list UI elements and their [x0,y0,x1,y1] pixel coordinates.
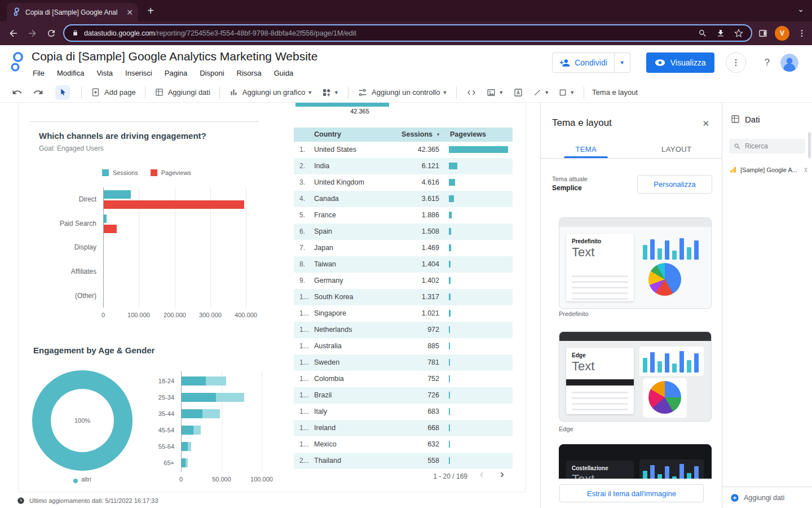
report-page[interactable]: Which channels are driving engagement? G… [18,103,526,492]
collapse-icon[interactable] [802,167,809,173]
theme-layout-panel: Tema e layout ✕ TEMA LAYOUT Tema attuale… [540,103,722,508]
menu-file[interactable]: File [27,68,51,78]
add-chart-caret-icon: ▼ [307,90,312,95]
theme-preview-page: Edge Text [566,348,634,414]
new-tab-button[interactable]: + [143,3,158,18]
undo-icon[interactable] [12,87,23,98]
community-viz-icon [321,87,332,98]
cell-country: Brazil [314,387,332,404]
extract-theme-button[interactable]: Estrai il tema dall'immagine [559,484,704,502]
column-header-country[interactable]: Country [314,128,341,142]
share-caret-icon[interactable]: ▼ [615,60,630,65]
sort-desc-icon[interactable]: ▼ [436,128,440,142]
view-button[interactable]: Visualizza [646,52,714,73]
cell-pageviews-bar [449,261,451,268]
cell-country: South Korea [314,289,354,305]
browser-tab[interactable]: Copia di [Sample] Google Anal ✕ [7,3,138,21]
side-panel-icon[interactable] [758,28,768,38]
embed-code-icon[interactable] [466,87,476,98]
tab-layout[interactable]: LAYOUT [632,140,722,158]
pagination-prev-icon[interactable]: ‹ [480,467,484,480]
cell-sessions: 1.469 [379,240,439,256]
back-icon[interactable] [8,28,19,39]
datastudio-logo-icon[interactable] [9,51,26,75]
cell-sessions: 972 [379,322,439,338]
shape-tool-button[interactable]: ▼ [558,88,575,97]
menu-disponi[interactable]: Disponi [193,68,230,78]
clock-icon [17,497,25,505]
cell-sessions: 4.616 [379,174,439,191]
reload-icon[interactable] [46,28,56,38]
column-header-pageviews[interactable]: Pageviews [450,128,486,142]
url-text: datastudio.google.com/reporting/725455e3… [84,29,689,37]
text-tool-icon[interactable] [513,87,523,98]
save-icon[interactable] [716,29,725,38]
cell-pageviews-bar [449,195,454,202]
pagination-label: 1 - 20 / 169 [379,472,467,480]
column-header-sessions[interactable]: Sessions [378,128,433,142]
customize-button[interactable]: Personalizza [637,175,712,194]
user-avatar[interactable] [780,54,798,72]
search-icon[interactable] [698,29,707,38]
line-icon [533,88,542,97]
cell-sessions: 683 [379,404,439,420]
forward-icon[interactable] [27,28,38,39]
menu-vista[interactable]: Vista [90,68,119,78]
cell-sessions: 1.404 [379,256,439,273]
menu-modifica[interactable]: Modifica [51,68,90,78]
row-index: 1... [299,338,309,354]
add-data-row[interactable]: Aggiungi dati [722,487,812,508]
cell-pageviews-bar [449,326,450,333]
add-chart-button[interactable]: Aggiungi un grafico ▼ [229,87,312,97]
menu-risorsa[interactable]: Risorsa [231,68,268,78]
add-data-button[interactable]: Aggiungi dati [155,87,210,97]
report-title[interactable]: Copia di [Sample] Google Analytics Marke… [32,50,317,63]
theme-layout-button[interactable]: Tema e layout [592,88,638,97]
add-chart-icon [229,87,239,97]
theme-card-edge[interactable]: Edge Text [559,331,712,422]
add-circle-icon [730,493,739,502]
tab-list-chevron-icon[interactable]: ⌄ [797,5,804,14]
browser-navbar: datastudio.google.com/reporting/725455e3… [0,21,812,45]
menu-inserisci[interactable]: Inserisci [119,68,158,78]
image-caret-icon: ▼ [498,90,504,95]
cell-pageviews-bar [449,359,450,366]
theme-preview-page: Predefinito Text [566,234,634,301]
data-panel: Dati Ricerca [Sample] Google A... Aggiun… [722,103,812,508]
community-visualizations-button[interactable]: ▼ [321,87,339,98]
add-page-button[interactable]: Add page [91,87,136,97]
countries-table[interactable]: 42.365CountrySessions▼Pageviews1.United … [19,103,525,492]
eye-icon [655,59,665,67]
menu-guida[interactable]: Guida [268,68,300,78]
cell-country: Italy [314,404,327,420]
browser-menu-icon[interactable] [797,29,806,38]
cell-pageviews-bar [449,294,451,300]
row-index: 1. [299,142,305,158]
cell-pageviews-bar [449,392,450,398]
cell-country: Thailand [314,453,341,469]
image-tool-button[interactable]: ▼ [486,87,504,98]
panel-scrollbar[interactable] [808,132,811,158]
tab-close-icon[interactable]: ✕ [126,8,133,16]
star-icon[interactable] [734,29,743,38]
select-tool-button[interactable] [55,85,70,100]
close-icon[interactable]: ✕ [702,119,709,129]
pagination-next-icon[interactable]: › [500,467,504,480]
redo-icon[interactable] [33,87,43,98]
share-button[interactable]: Condividi ▼ [552,52,630,73]
mini-bar [694,353,699,373]
help-icon[interactable]: ? [765,57,770,68]
data-source-item[interactable]: [Sample] Google A... [729,164,809,176]
row-index: 1... [299,404,309,420]
theme-card-predefinito[interactable]: Predefinito Text [559,217,712,309]
browser-profile-avatar[interactable]: V [775,26,789,41]
line-tool-button[interactable]: ▼ [533,88,549,97]
cell-pageviews-bar [449,310,451,317]
menu-pagina[interactable]: Pagina [158,68,193,78]
data-search-input[interactable]: Ricerca [729,139,805,154]
add-control-button[interactable]: Aggiungi un controllo ▼ [358,87,447,98]
tab-tema[interactable]: TEMA [541,140,632,158]
mini-bar [657,361,662,373]
more-options-button[interactable] [726,52,746,73]
address-bar[interactable]: datastudio.google.com/reporting/725455e3… [63,24,752,42]
